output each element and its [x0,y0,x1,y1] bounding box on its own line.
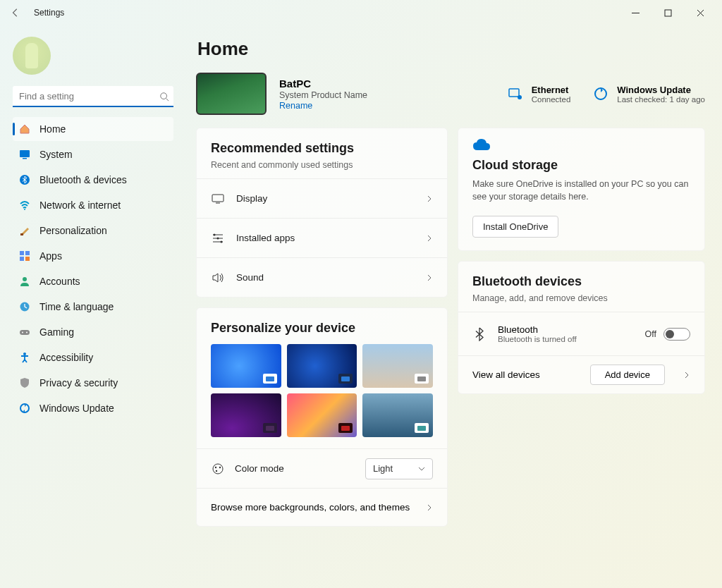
personalize-card: Personalize your device Color [196,307,448,527]
system-icon [18,148,31,161]
nav-privacy[interactable]: Privacy & security [13,371,173,395]
titlebar: Settings [0,0,722,25]
nav-system[interactable]: System [13,142,173,166]
install-onedrive-button[interactable]: Install OneDrive [472,216,558,238]
theme-option-6[interactable] [362,393,433,437]
setting-label: Display [236,193,267,204]
bluetooth-name: Bluetooth [498,324,577,335]
nav-bluetooth[interactable]: Bluetooth & devices [13,168,173,192]
user-profile[interactable] [13,37,173,75]
nav-label: Gaming [39,326,74,338]
svg-rect-9 [20,251,24,255]
sound-icon [211,271,225,284]
view-all-devices-link[interactable]: View all devices [472,369,540,380]
cloud-icon [472,138,690,151]
ethernet-icon [506,85,525,103]
nav-label: Time & language [39,301,114,312]
device-name: BatPC [279,78,367,90]
nav-label: Personalization [39,225,107,236]
nav-gaming[interactable]: Gaming [13,320,173,344]
nav-label: Windows Update [39,403,114,414]
window-title: Settings [34,8,64,18]
svg-line-3 [166,99,169,102]
nav-label: Accounts [39,276,80,287]
maximize-button[interactable] [651,1,684,24]
close-button[interactable] [684,1,716,24]
search-input[interactable] [13,86,173,107]
game-icon [18,326,31,338]
bluetooth-icon [18,173,31,186]
rename-link[interactable]: Rename [279,101,367,111]
nav-network[interactable]: Network & internet [13,193,173,217]
setting-display[interactable]: Display [197,178,447,218]
setting-label: Installed apps [236,233,295,243]
svg-point-33 [219,466,221,467]
update-status[interactable]: Windows Update Last checked: 1 day ago [592,85,705,104]
setting-installed-apps[interactable]: Installed apps [197,218,447,257]
display-icon [211,192,225,205]
installed-apps-icon [211,232,225,245]
nav-label: System [39,149,73,160]
cloud-title: Cloud storage [472,158,690,173]
color-mode-row: Color mode Light [197,448,447,488]
setting-label: Sound [236,272,264,283]
content: Home BatPC System Product Name Rename Et… [183,25,722,588]
nav-accounts[interactable]: Accounts [13,269,173,293]
bluetooth-icon [472,327,487,341]
browse-label: Browse more backgrounds, colors, and the… [211,502,410,513]
search-icon [159,92,169,102]
theme-option-5[interactable] [287,393,357,437]
chevron-right-icon [426,235,433,242]
nav-personalization[interactable]: Personalization [13,219,173,243]
ethernet-sub: Connected [532,95,571,104]
ethernet-status[interactable]: Ethernet Connected [506,85,571,104]
recommended-sub: Recent and commonly used settings [211,160,433,170]
svg-point-29 [217,237,219,239]
nav-update[interactable]: Windows Update [13,396,173,420]
nav-label: Network & internet [39,200,121,211]
bluetooth-state-sub: Bluetooth is turned off [498,335,577,343]
device-header: BatPC System Product Name Rename Etherne… [196,73,705,115]
nav-label: Bluetooth & devices [39,174,127,185]
theme-option-3[interactable] [362,344,433,388]
shield-icon [18,376,31,389]
svg-rect-23 [212,195,224,202]
theme-option-4[interactable] [211,393,281,437]
theme-option-2[interactable] [287,344,357,388]
update-sub: Last checked: 1 day ago [617,95,705,104]
minimize-button[interactable] [619,1,651,24]
recommended-title: Recommended settings [211,141,433,156]
bluetooth-title: Bluetooth devices [472,274,690,289]
view-devices-row: View all devices Add device [458,355,704,393]
chevron-down-icon [418,465,425,472]
nav-home[interactable]: Home [13,117,173,141]
back-button[interactable] [6,3,25,23]
nav-list: Home System Bluetooth & devices Network … [13,117,173,420]
color-mode-select[interactable]: Light [365,458,433,479]
nav-accessibility[interactable]: Accessibility [13,345,173,369]
avatar [13,37,51,75]
theme-option-1[interactable] [211,344,281,388]
home-icon [18,123,31,135]
nav-apps[interactable]: Apps [13,244,173,268]
svg-point-28 [214,233,216,235]
update-icon [18,402,31,415]
nav-time[interactable]: Time & language [13,295,173,319]
bluetooth-sub: Manage, add, and remove devices [472,293,690,303]
svg-rect-4 [20,150,30,157]
svg-rect-8 [20,233,23,235]
svg-rect-11 [20,257,24,261]
chevron-right-icon [426,195,433,202]
svg-point-32 [215,466,216,467]
add-device-button[interactable]: Add device [590,365,665,385]
sidebar: Home System Bluetooth & devices Network … [0,25,183,588]
chevron-right-icon [426,504,433,511]
device-product: System Product Name [279,90,367,100]
browse-themes-link[interactable]: Browse more backgrounds, colors, and the… [197,488,447,526]
bluetooth-card: Bluetooth devices Manage, add, and remov… [458,261,705,394]
setting-sound[interactable]: Sound [197,257,447,297]
bluetooth-toggle[interactable] [663,328,690,341]
update-title: Windows Update [617,85,705,95]
toggle-state-label: Off [645,329,656,339]
svg-rect-5 [23,158,27,159]
